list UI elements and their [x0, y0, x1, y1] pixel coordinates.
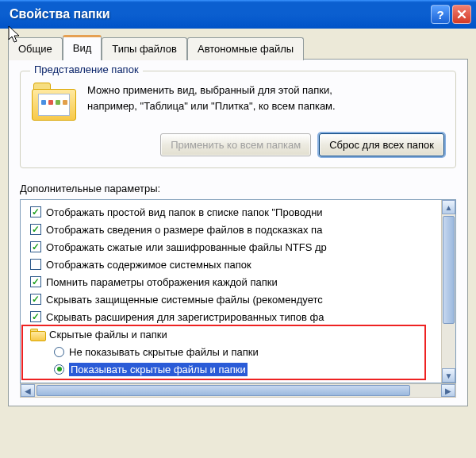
checkbox-icon[interactable]: ✓	[30, 224, 41, 235]
scroll-thumb[interactable]	[36, 385, 410, 396]
checkbox-icon[interactable]: ✓	[30, 206, 41, 217]
help-button[interactable]: ?	[431, 5, 450, 24]
scroll-up-button[interactable]: ▲	[442, 200, 455, 214]
tree-item-label: Не показывать скрытые файлы и папки	[69, 346, 259, 358]
reset-all-button[interactable]: Сброс для всех папок	[319, 133, 444, 156]
titlebar[interactable]: Свойства папки ?	[0, 0, 476, 29]
scroll-track[interactable]	[35, 384, 441, 397]
tab-bar: Общие Вид Типы файлов Автономные файлы	[8, 35, 468, 60]
tree-item-label: Скрытые файлы и папки	[49, 329, 167, 341]
apply-to-all-button: Применить ко всем папкам	[160, 133, 311, 156]
tab-view[interactable]: Вид	[63, 35, 102, 60]
checkbox-icon[interactable]: ✓	[30, 294, 41, 305]
tree-item[interactable]: ✓Отображать сжатые или зашифрованные фай…	[22, 238, 440, 256]
tree-item[interactable]: ✓Отображать сведения о размере файлов в …	[22, 221, 440, 238]
radio-icon[interactable]	[54, 364, 64, 375]
scroll-left-button[interactable]: ◀	[21, 384, 35, 397]
checkbox-icon[interactable]: ✓	[30, 276, 41, 287]
folder-views-group: Представление папок Можно применить вид,…	[20, 71, 456, 168]
close-button[interactable]	[452, 5, 471, 24]
scroll-thumb[interactable]	[443, 216, 455, 324]
folder-icon	[32, 83, 76, 121]
tree-item-label: Отображать сведения о размере файлов в п…	[46, 224, 322, 236]
tree-item[interactable]: ✓Помнить параметры отображения каждой па…	[22, 273, 440, 291]
tree-item-label: Скрывать расширения для зарегистрированн…	[46, 311, 324, 323]
folder-icon	[30, 329, 44, 340]
tab-general[interactable]: Общие	[8, 37, 63, 60]
folder-views-title: Представление папок	[30, 64, 143, 75]
dialog-content: Общие Вид Типы файлов Автономные файлы П…	[0, 29, 476, 411]
checkbox-icon[interactable]: ✓	[30, 311, 41, 322]
folder-views-description: Можно применить вид, выбранный для этой …	[87, 83, 336, 114]
tree-item-label: Отображать содержимое системных папок	[46, 259, 251, 271]
scroll-track[interactable]	[442, 214, 455, 368]
radio-icon[interactable]	[54, 347, 64, 357]
tab-filetypes[interactable]: Типы файлов	[102, 37, 187, 60]
window-title: Свойства папки	[10, 7, 431, 21]
tree-item-hidden-folder[interactable]: Скрытые файлы и папки	[22, 325, 440, 343]
close-icon	[457, 10, 466, 19]
tree-item-label: Отображать простой вид папок в списке па…	[46, 206, 323, 218]
tab-offline[interactable]: Автономные файлы	[187, 37, 304, 60]
tree-item[interactable]: ✓Скрывать расширения для зарегистрирован…	[22, 308, 440, 325]
tree-item[interactable]: ✓Отображать содержимое системных папок	[22, 256, 440, 273]
tree-item-label: Отображать сжатые или зашифрованные файл…	[46, 241, 327, 253]
tree-item-label: Показывать скрытые файлы и папки	[69, 363, 248, 376]
tree-item-label: Помнить параметры отображения каждой пап…	[46, 276, 278, 288]
checkbox-icon[interactable]: ✓	[30, 259, 41, 270]
tree-item-radio-show[interactable]: Показывать скрытые файлы и папки	[22, 360, 440, 378]
tree-item[interactable]: ✓Отображать простой вид папок в списке п…	[22, 203, 440, 221]
vertical-scrollbar[interactable]: ▲ ▼	[441, 200, 455, 383]
tree-item-label: Скрывать защищенные системные файлы (рек…	[46, 294, 323, 306]
tree-item[interactable]: ✓Скрывать защищенные системные файлы (ре…	[22, 291, 440, 308]
scroll-right-button[interactable]: ▶	[441, 384, 455, 397]
scroll-down-button[interactable]: ▼	[442, 368, 455, 383]
advanced-settings-label: Дополнительные параметры:	[20, 183, 456, 194]
tree-item-radio-hide[interactable]: Не показывать скрытые файлы и папки	[22, 343, 440, 360]
tab-panel-view: Представление папок Можно применить вид,…	[8, 59, 468, 406]
checkbox-icon[interactable]: ✓	[30, 241, 41, 252]
horizontal-scrollbar[interactable]: ◀ ▶	[20, 383, 456, 398]
advanced-settings-tree[interactable]: ✓Отображать простой вид папок в списке п…	[20, 199, 456, 383]
